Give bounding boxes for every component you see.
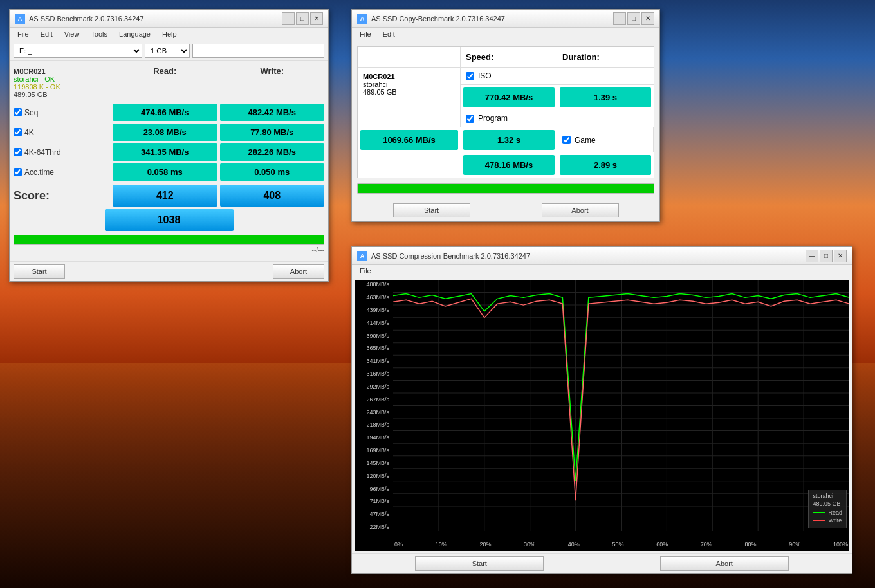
benchmark-start-button[interactable]: Start xyxy=(14,264,65,279)
x-label-3: 30% xyxy=(524,541,535,547)
benchmark-toolbar: E: _ 1 GB xyxy=(10,41,328,61)
iso-checkbox[interactable] xyxy=(466,72,474,80)
4k64-label: 4K-64Thrd xyxy=(24,148,61,157)
chart-legend: storahci 489.05 GB Read Write xyxy=(808,490,847,528)
4k64-checkbox[interactable] xyxy=(14,148,22,156)
y-label-9: 243MB/s xyxy=(356,409,392,416)
x-label-7: 70% xyxy=(701,541,712,547)
iso-duration-value: 1.39 s xyxy=(560,87,651,107)
legend-drive: storahci xyxy=(813,493,842,499)
benchmark-menu-help[interactable]: Help xyxy=(157,29,182,39)
benchmark-menu-view[interactable]: View xyxy=(59,29,85,39)
4k-write-value: 77.80 MB/s xyxy=(220,124,325,141)
legend-write-label: Write xyxy=(828,517,842,524)
benchmark-window: A AS SSD Benchmark 2.0.7316.34247 — □ ✕ … xyxy=(9,9,329,282)
x-label-2: 20% xyxy=(479,541,491,547)
compress-menu-file[interactable]: File xyxy=(355,266,376,276)
copy-progress-area xyxy=(357,183,654,194)
y-label-12: 316MB/s xyxy=(356,371,392,377)
benchmark-maximize-button[interactable]: □ xyxy=(296,12,309,25)
x-label-6: 60% xyxy=(656,541,668,547)
y-label-2: 71MB/s xyxy=(356,498,392,504)
copy-menu-file[interactable]: File xyxy=(355,29,376,39)
drive-firmware: 119808 K - OK xyxy=(14,83,110,91)
4k-checkbox[interactable] xyxy=(14,128,22,136)
x-label-5: 50% xyxy=(612,541,623,547)
benchmark-menu-file[interactable]: File xyxy=(12,29,34,39)
score-total-row: 1038 xyxy=(14,209,324,231)
compress-benchmark-window: A AS SSD Compression-Benchmark 2.0.7316.… xyxy=(351,246,852,574)
drive-info-field[interactable] xyxy=(192,44,324,58)
benchmark-menu-edit[interactable]: Edit xyxy=(35,29,58,39)
x-label-1: 10% xyxy=(436,541,447,547)
y-label-14: 365MB/s xyxy=(356,345,392,351)
bench-row-seq: Seq 474.66 MB/s 482.42 MB/s xyxy=(14,104,324,121)
y-label-0: 22MB/s xyxy=(356,524,392,530)
program-checkbox[interactable] xyxy=(466,115,474,123)
write-header: Write: xyxy=(220,65,325,101)
compress-minimize-button[interactable]: — xyxy=(806,250,818,262)
size-select[interactable]: 1 GB xyxy=(145,44,190,58)
benchmark-progress-bg xyxy=(14,235,324,245)
x-label-10: 100% xyxy=(833,541,848,547)
compress-menu-bar: File xyxy=(352,265,852,277)
compress-window-icon: A xyxy=(357,251,367,261)
y-label-17: 439MB/s xyxy=(356,307,392,313)
y-label-5: 145MB/s xyxy=(356,460,392,466)
bench-row-acctime: Acc.time 0.058 ms 0.050 ms xyxy=(14,163,324,181)
chart-svg xyxy=(393,280,849,531)
benchmark-close-button[interactable]: ✕ xyxy=(310,12,323,25)
drive-driver: storahci - OK xyxy=(14,75,110,83)
benchmark-abort-button[interactable]: Abort xyxy=(273,264,324,279)
legend-read-item: Read xyxy=(813,510,842,516)
legend-write-item: Write xyxy=(813,517,842,524)
seq-write-value: 482.42 MB/s xyxy=(220,104,325,121)
legend-read-label: Read xyxy=(828,510,842,516)
benchmark-window-icon: A xyxy=(15,14,25,24)
benchmark-menu-language[interactable]: Language xyxy=(114,29,156,39)
x-label-0: 0% xyxy=(394,541,403,547)
copy-speed-header: Speed: xyxy=(461,47,557,68)
iso-speed-value: 770.42 MB/s xyxy=(463,87,555,107)
acctime-write-value: 0.050 ms xyxy=(220,163,325,181)
copy-maximize-button[interactable]: □ xyxy=(627,12,640,25)
compress-start-button[interactable]: Start xyxy=(415,556,544,571)
copy-title: AS SSD Copy-Benchmark 2.0.7316.34247 xyxy=(371,15,505,23)
y-label-3: 96MB/s xyxy=(356,486,392,492)
benchmark-menu-tools[interactable]: Tools xyxy=(86,29,113,39)
drive-select[interactable]: E: _ xyxy=(14,44,142,58)
copy-window-icon: A xyxy=(357,14,367,24)
score-section: Score: 412 408 xyxy=(14,185,324,207)
drive-info-panel: M0CR021 storahci - OK 119808 K - OK 489.… xyxy=(14,65,110,101)
copy-menu-edit[interactable]: Edit xyxy=(378,29,400,39)
bench-row-4k64: 4K-64Thrd 341.35 MB/s 282.26 MB/s xyxy=(14,143,324,161)
copy-minimize-button[interactable]: — xyxy=(613,12,626,25)
y-label-7: 194MB/s xyxy=(356,434,392,441)
x-label-9: 90% xyxy=(789,541,800,547)
bench-row-4k: 4K 23.08 MB/s 77.80 MB/s xyxy=(14,124,324,141)
acctime-checkbox[interactable] xyxy=(14,168,22,176)
x-label-8: 80% xyxy=(745,541,757,547)
game-speed-value: 478.16 MB/s xyxy=(463,155,555,175)
game-checkbox[interactable] xyxy=(562,136,571,144)
read-legend-line xyxy=(813,512,825,513)
compress-abort-button[interactable]: Abort xyxy=(660,556,789,571)
copy-start-button[interactable]: Start xyxy=(393,203,470,217)
copy-close-button[interactable]: ✕ xyxy=(641,12,654,25)
y-label-8: 218MB/s xyxy=(356,421,392,428)
copy-abort-button[interactable]: Abort xyxy=(542,203,619,217)
game-duration-value: 2.89 s xyxy=(560,155,651,175)
benchmark-content: M0CR021 storahci - OK 119808 K - OK 489.… xyxy=(10,61,328,261)
benchmark-minimize-button[interactable]: — xyxy=(282,12,295,25)
y-label-1: 47MB/s xyxy=(356,511,392,517)
drive-model: M0CR021 xyxy=(14,68,110,75)
program-duration-value: 1.32 s xyxy=(463,130,555,150)
compress-maximize-button[interactable]: □ xyxy=(820,250,833,262)
benchmark-menu-bar: File Edit View Tools Language Help xyxy=(10,28,328,41)
chart-y-labels: 22MB/s 47MB/s 71MB/s 96MB/s 120MB/s 145M… xyxy=(355,280,393,531)
4k-label: 4K xyxy=(24,128,34,137)
benchmark-progress-fill xyxy=(14,235,324,244)
4k64-read-value: 341.35 MB/s xyxy=(113,143,217,161)
seq-checkbox[interactable] xyxy=(14,108,22,116)
compress-close-button[interactable]: ✕ xyxy=(834,250,847,262)
